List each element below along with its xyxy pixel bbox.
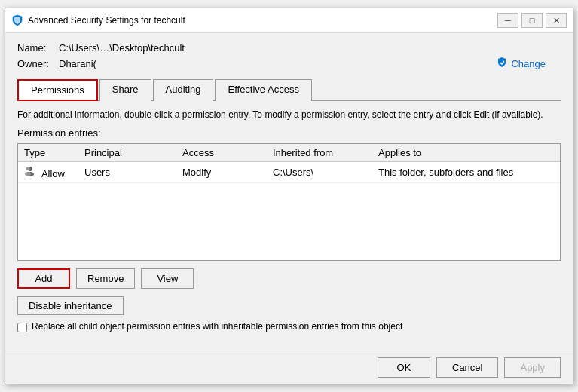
cell-applies: This folder, subfolders and files [378, 167, 554, 178]
main-content: Name: C:\Users\…\Desktop\techcult Owner:… [5, 33, 573, 351]
owner-row: Owner: Dharani( Change [17, 57, 561, 71]
col-header-applies: Applies to [378, 147, 554, 158]
change-label: Change [511, 58, 546, 69]
add-button[interactable]: Add [17, 268, 70, 289]
table-row[interactable]: Allow Users Modify C:\Users\ This folder… [18, 162, 560, 183]
cell-type: Allow [24, 165, 84, 179]
action-buttons: Add Remove View [17, 268, 561, 289]
cell-inherited: C:\Users\ [273, 167, 378, 178]
svg-point-2 [26, 167, 30, 170]
remove-button[interactable]: Remove [76, 268, 135, 289]
close-button[interactable]: ✕ [546, 13, 567, 28]
titlebar: Advanced Security Settings for techcult … [5, 8, 573, 33]
svg-point-3 [25, 172, 31, 176]
view-button[interactable]: View [141, 268, 194, 289]
change-icon [496, 57, 508, 71]
cancel-button[interactable]: Cancel [436, 357, 498, 378]
table-body: Allow Users Modify C:\Users\ This folder… [18, 162, 560, 260]
col-header-access: Access [182, 147, 273, 158]
tab-permissions[interactable]: Permissions [17, 79, 98, 101]
titlebar-controls: ─ □ ✕ [497, 13, 567, 28]
table-header: Type Principal Access Inherited from App… [18, 144, 560, 162]
permissions-table: Type Principal Access Inherited from App… [17, 143, 561, 261]
name-label: Name: [17, 42, 59, 54]
checkbox-label: Replace all child object permission entr… [32, 321, 402, 332]
window-title: Advanced Security Settings for techcult [28, 15, 497, 26]
cell-principal: Users [84, 167, 182, 178]
tab-share[interactable]: Share [99, 79, 151, 101]
name-value: C:\Users\…\Desktop\techcult [59, 42, 185, 54]
disable-inheritance-button[interactable]: Disable inheritance [17, 296, 124, 315]
owner-value: Dharani( [59, 58, 496, 69]
tab-auditing[interactable]: Auditing [153, 79, 214, 101]
col-header-type: Type [24, 147, 84, 158]
col-header-inherited: Inherited from [273, 147, 378, 158]
tab-effective-access[interactable]: Effective Access [215, 79, 311, 101]
user-icon [24, 165, 36, 177]
main-window: Advanced Security Settings for techcult … [5, 8, 573, 384]
change-link[interactable]: Change [496, 57, 546, 71]
permission-entries-label: Permission entries: [17, 127, 561, 139]
footer-buttons: OK Cancel Apply [5, 351, 573, 384]
owner-label: Owner: [17, 58, 59, 69]
maximize-button[interactable]: □ [521, 13, 543, 28]
name-row: Name: C:\Users\…\Desktop\techcult [17, 42, 561, 54]
cell-access: Modify [182, 167, 273, 178]
disable-inheritance-wrapper: Disable inheritance [17, 296, 561, 321]
minimize-button[interactable]: ─ [497, 13, 518, 28]
apply-button[interactable]: Apply [504, 357, 561, 378]
window-icon [11, 14, 23, 26]
info-text: For additional information, double-click… [17, 109, 561, 121]
tabs: Permissions Share Auditing Effective Acc… [17, 78, 561, 101]
replace-checkbox[interactable] [17, 323, 27, 332]
col-header-principal: Principal [84, 147, 182, 158]
checkbox-row: Replace all child object permission entr… [17, 321, 561, 332]
ok-button[interactable]: OK [378, 357, 430, 378]
